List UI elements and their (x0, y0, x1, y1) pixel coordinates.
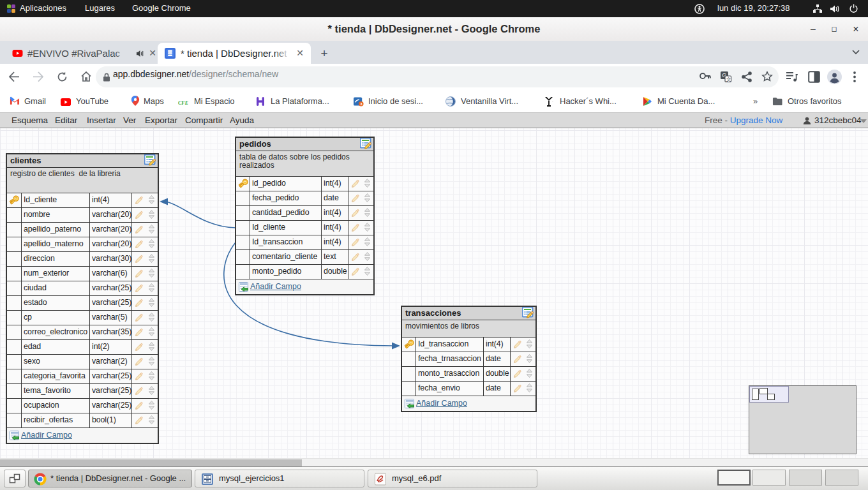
svg-text:3: 3 (360, 101, 363, 106)
svg-text:CFE: CFE (178, 100, 188, 106)
svg-text:文: 文 (726, 77, 731, 82)
